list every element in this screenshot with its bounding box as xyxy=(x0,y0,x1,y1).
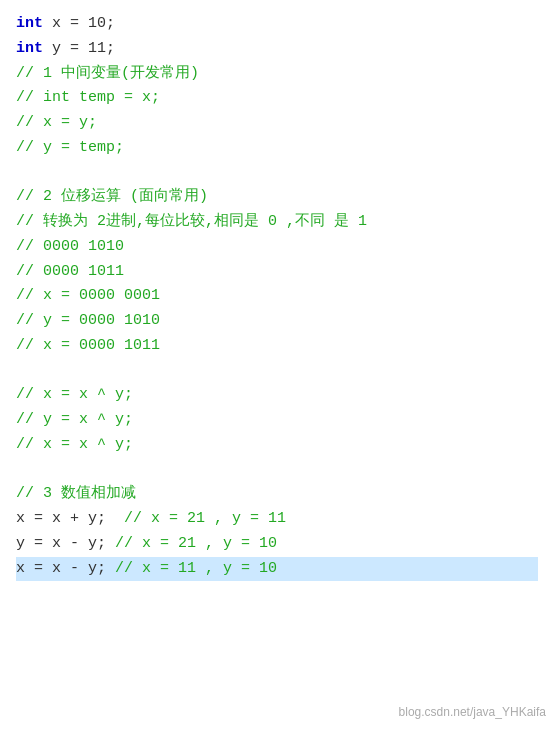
code-line-23: x = x - y; // x = 11 , y = 10 xyxy=(16,557,538,582)
code-line-6: // y = temp; xyxy=(16,136,538,161)
code-line-11: // 0000 1011 xyxy=(16,260,538,285)
code-line-15 xyxy=(16,359,538,384)
code-line-7 xyxy=(16,161,538,186)
code-line-12: // x = 0000 0001 xyxy=(16,284,538,309)
code-line-20: // 3 数值相加减 xyxy=(16,482,538,507)
code-line-14: // x = 0000 1011 xyxy=(16,334,538,359)
code-line-9: // 转换为 2进制,每位比较,相同是 0 ,不同 是 1 xyxy=(16,210,538,235)
code-line-4: // int temp = x; xyxy=(16,86,538,111)
inline-comment-21: // x = 21 , y = 11 xyxy=(124,510,286,527)
watermark: blog.csdn.net/java_YHKaifa xyxy=(399,703,546,722)
code-line-17: // y = x ^ y; xyxy=(16,408,538,433)
code-line-8: // 2 位移运算 (面向常用) xyxy=(16,185,538,210)
code-line-2: int y = 11; xyxy=(16,37,538,62)
code-line-19 xyxy=(16,458,538,483)
code-line-21: x = x + y; // x = 21 , y = 11 xyxy=(16,507,538,532)
code-line-10: // 0000 1010 xyxy=(16,235,538,260)
inline-comment-22: // x = 21 , y = 10 xyxy=(115,535,277,552)
code-line-16: // x = x ^ y; xyxy=(16,383,538,408)
code-line-5: // x = y; xyxy=(16,111,538,136)
code-line-13: // y = 0000 1010 xyxy=(16,309,538,334)
code-line-22: y = x - y; // x = 21 , y = 10 xyxy=(16,532,538,557)
code-container: int x = 10; int y = 11; // 1 中间变量(开发常用) … xyxy=(0,0,554,730)
inline-comment-23: // x = 11 , y = 10 xyxy=(115,560,277,577)
code-line-3: // 1 中间变量(开发常用) xyxy=(16,62,538,87)
keyword-int-2: int xyxy=(16,40,43,57)
keyword-int-1: int xyxy=(16,15,43,32)
code-line-18: // x = x ^ y; xyxy=(16,433,538,458)
code-line-1: int x = 10; xyxy=(16,12,538,37)
